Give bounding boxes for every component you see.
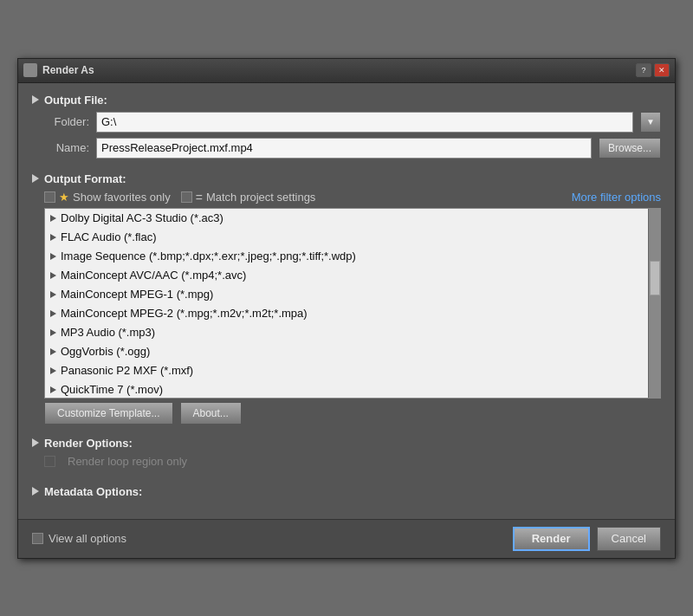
title-bar: Render As ? ✕ bbox=[18, 59, 675, 83]
customize-template-button[interactable]: Customize Template... bbox=[44, 402, 173, 425]
app-icon bbox=[23, 63, 37, 77]
show-favorites-item: ★ Show favorites only bbox=[44, 191, 171, 204]
format-item-mpeg2[interactable]: MainConcept MPEG-2 (*.mpg;*.m2v;*.m2t;*.… bbox=[45, 304, 660, 323]
output-file-title: Output File: bbox=[44, 94, 107, 107]
render-options-body: Render loop region only bbox=[44, 455, 661, 468]
output-format-title: Output Format: bbox=[44, 172, 126, 185]
about-button[interactable]: About... bbox=[180, 402, 242, 425]
format-item-ogg[interactable]: OggVorbis (*.ogg) bbox=[45, 342, 660, 361]
folder-dropdown-button[interactable]: ▼ bbox=[640, 112, 661, 133]
output-file-header: Output File: bbox=[32, 94, 661, 107]
format-label: FLAC Audio (*.flac) bbox=[61, 230, 157, 243]
expand-icon bbox=[50, 215, 56, 222]
expand-icon bbox=[50, 329, 56, 336]
bottom-bar: View all options Render Cancel bbox=[18, 519, 675, 558]
render-options-section: Render Options: Render loop region only bbox=[32, 437, 661, 473]
output-format-body: ★ Show favorites only = Match project se… bbox=[44, 191, 661, 425]
format-label: MainConcept AVC/AAC (*.mp4;*.avc) bbox=[61, 269, 246, 282]
output-file-body: Folder: ▼ Name: Browse... bbox=[44, 112, 661, 159]
format-item-dolby[interactable]: Dolby Digital AC-3 Studio (*.ac3) bbox=[45, 209, 660, 228]
filter-row: ★ Show favorites only = Match project se… bbox=[44, 191, 661, 204]
format-label: MP3 Audio (*.mp3) bbox=[61, 326, 155, 339]
output-file-section: Output File: Folder: ▼ Name: Browse... bbox=[32, 94, 661, 164]
render-options-title: Render Options: bbox=[44, 437, 133, 450]
expand-icon bbox=[50, 348, 56, 355]
name-label: Name: bbox=[44, 141, 89, 154]
format-label: QuickTime 7 (*.mov) bbox=[61, 383, 163, 396]
render-loop-label: Render loop region only bbox=[68, 455, 187, 468]
star-icon: ★ bbox=[59, 191, 69, 204]
close-button[interactable]: ✕ bbox=[654, 63, 670, 77]
dialog-content: Output File: Folder: ▼ Name: Browse... O… bbox=[18, 83, 675, 514]
format-label: MainConcept MPEG-2 (*.mpg;*.m2v;*.m2t;*.… bbox=[61, 307, 308, 320]
more-filter-link[interactable]: More filter options bbox=[572, 191, 661, 204]
view-all-checkbox[interactable] bbox=[32, 533, 43, 544]
filter-left: ★ Show favorites only = Match project se… bbox=[44, 191, 315, 204]
format-list: Dolby Digital AC-3 Studio (*.ac3) FLAC A… bbox=[45, 209, 660, 399]
folder-input[interactable] bbox=[96, 112, 633, 133]
folder-label: Folder: bbox=[44, 115, 89, 128]
metadata-options-toggle[interactable] bbox=[32, 487, 39, 496]
cancel-button[interactable]: Cancel bbox=[597, 527, 661, 551]
format-item-quicktime[interactable]: QuickTime 7 (*.mov) bbox=[45, 380, 660, 399]
expand-icon bbox=[50, 310, 56, 317]
window-controls: ? ✕ bbox=[636, 63, 670, 77]
metadata-options-header: Metadata Options: bbox=[32, 485, 661, 498]
view-all-row: View all options bbox=[32, 532, 126, 545]
name-input[interactable] bbox=[96, 138, 592, 159]
metadata-options-title: Metadata Options: bbox=[44, 485, 142, 498]
dialog-window: Render As ? ✕ Output File: Folder: ▼ Nam… bbox=[17, 58, 676, 559]
format-item-mxf[interactable]: Panasonic P2 MXF (*.mxf) bbox=[45, 361, 660, 380]
match-project-label: Match project settings bbox=[206, 191, 315, 204]
expand-icon bbox=[50, 272, 56, 279]
format-label: MainConcept MPEG-1 (*.mpg) bbox=[61, 288, 213, 301]
render-loop-checkbox[interactable] bbox=[44, 456, 55, 467]
expand-icon bbox=[50, 291, 56, 298]
render-options-header: Render Options: bbox=[32, 437, 661, 450]
output-file-toggle[interactable] bbox=[32, 95, 39, 104]
format-label: Dolby Digital AC-3 Studio (*.ac3) bbox=[61, 211, 223, 224]
render-loop-row: Render loop region only bbox=[44, 455, 661, 468]
view-all-label: View all options bbox=[49, 532, 126, 545]
metadata-options-section: Metadata Options: bbox=[32, 485, 661, 503]
show-favorites-checkbox[interactable] bbox=[44, 191, 55, 203]
format-item-flac[interactable]: FLAC Audio (*.flac) bbox=[45, 228, 660, 247]
render-button[interactable]: Render bbox=[513, 527, 590, 551]
format-item-avc-aac[interactable]: MainConcept AVC/AAC (*.mp4;*.avc) bbox=[45, 266, 660, 285]
match-project-checkbox[interactable] bbox=[181, 191, 192, 203]
format-label: Panasonic P2 MXF (*.mxf) bbox=[61, 364, 193, 377]
expand-icon bbox=[50, 367, 56, 374]
output-format-header: Output Format: bbox=[32, 172, 661, 185]
expand-icon bbox=[50, 253, 56, 260]
browse-button[interactable]: Browse... bbox=[599, 138, 661, 159]
expand-icon bbox=[50, 234, 56, 241]
format-item-mp3[interactable]: MP3 Audio (*.mp3) bbox=[45, 323, 660, 342]
equals-icon: = bbox=[196, 191, 203, 204]
folder-row: Folder: ▼ bbox=[44, 112, 661, 133]
scrollbar-thumb[interactable] bbox=[650, 261, 660, 295]
bottom-buttons: Render Cancel bbox=[513, 527, 661, 551]
format-list-scrollbar[interactable] bbox=[648, 209, 660, 398]
name-row: Name: Browse... bbox=[44, 138, 661, 159]
window-title: Render As bbox=[42, 64, 636, 76]
format-label: Image Sequence (*.bmp;*.dpx;*.exr;*.jpeg… bbox=[61, 250, 356, 263]
help-button[interactable]: ? bbox=[636, 63, 651, 77]
expand-icon bbox=[50, 386, 56, 393]
format-item-mpeg1[interactable]: MainConcept MPEG-1 (*.mpg) bbox=[45, 285, 660, 304]
action-row: Customize Template... About... bbox=[44, 402, 661, 425]
format-label: OggVorbis (*.ogg) bbox=[61, 345, 150, 358]
format-list-container[interactable]: Dolby Digital AC-3 Studio (*.ac3) FLAC A… bbox=[44, 208, 661, 399]
output-format-toggle[interactable] bbox=[32, 174, 39, 183]
output-format-section: Output Format: ★ Show favorites only = M… bbox=[32, 172, 661, 425]
render-options-toggle[interactable] bbox=[32, 438, 39, 447]
match-project-item: = Match project settings bbox=[181, 191, 316, 204]
show-favorites-label: Show favorites only bbox=[73, 191, 171, 204]
format-item-image-seq[interactable]: Image Sequence (*.bmp;*.dpx;*.exr;*.jpeg… bbox=[45, 247, 660, 266]
